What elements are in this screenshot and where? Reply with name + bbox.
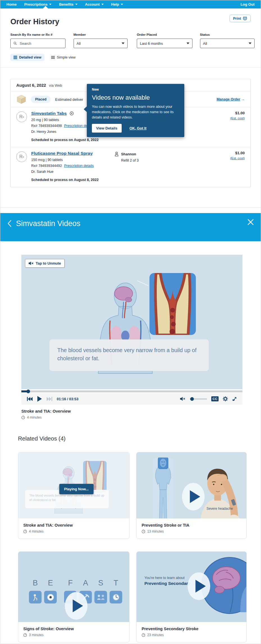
package-icon <box>16 94 26 104</box>
video-player-section: Tap to Unmute The blood vessels become v… <box>21 255 242 405</box>
play-overlay-icon[interactable] <box>187 571 211 601</box>
nav-home[interactable]: Home <box>6 2 17 6</box>
previous-button[interactable] <box>27 397 33 401</box>
exit-fullscreen-icon[interactable] <box>232 397 237 401</box>
caret-down-icon <box>49 4 51 5</box>
videos-modal-header: Simvastatin Videos <box>0 213 261 241</box>
video-card-signs-of-stroke[interactable]: B E <box>18 551 130 642</box>
section-divider <box>0 67 261 68</box>
medication-name-link[interactable]: Simvastatin Tabs <box>31 111 67 116</box>
ok-got-it-link[interactable]: OK, Got It <box>130 126 147 130</box>
closed-captions-button[interactable]: CC <box>211 396 219 401</box>
status-select[interactable]: All <box>200 39 255 48</box>
medication-name-link[interactable]: Fluticasone Prop Nasal Spray <box>31 151 93 156</box>
order-placed-select[interactable]: Last 6 months <box>137 39 192 48</box>
video-thumbnail: You're here to learn about Preventing Se… <box>137 552 246 622</box>
video-duration: 23 minutes <box>142 633 241 637</box>
view-details-button[interactable]: View Details <box>92 124 122 133</box>
playing-now-badge: Playing Now... <box>59 484 94 494</box>
page-title: Order History <box>10 17 59 26</box>
detailed-view-toggle[interactable]: Detailed view <box>10 54 44 61</box>
volume-slider[interactable] <box>190 398 207 400</box>
arrow-right-icon: → <box>241 97 245 101</box>
filters-row: Search By Rx name or Rx # Member All Ord <box>0 33 261 48</box>
close-icon[interactable] <box>247 219 254 225</box>
severe-headache-label: Severe headache <box>206 507 233 511</box>
video-thumbnail: Severe headache <box>137 452 246 518</box>
play-button[interactable] <box>37 396 42 402</box>
prescription-details-link[interactable]: Prescription details <box>64 164 94 168</box>
video-title: Stroke and TIA: Overview <box>23 523 124 527</box>
now-playing-info: Stroke and TIA: Overview 4 minutes <box>21 409 261 419</box>
video-card-preventing-secondary-stroke[interactable]: You're here to learn about Preventing Se… <box>136 551 247 642</box>
tooltip-tag: New <box>92 88 179 91</box>
price-column: $1.00 (Est. cost) <box>230 111 245 142</box>
progress-bar[interactable] <box>21 390 242 392</box>
now-playing-title: Stroke and TIA: Overview <box>21 409 261 413</box>
video-player[interactable]: Tap to Unmute The blood vessels become v… <box>21 255 242 389</box>
member-name-line: Shannon <box>114 152 175 156</box>
price-value: $1.00 <box>230 111 245 115</box>
balance-tile-icon <box>29 591 42 603</box>
video-card-stroke-tia-overview[interactable]: The blood vessels become very narrow fro… <box>18 452 130 539</box>
caret-down-icon <box>122 43 124 44</box>
search-input[interactable] <box>19 41 62 46</box>
mute-icon[interactable] <box>180 397 185 401</box>
tap-to-unmute-button[interactable]: Tap to Unmute <box>25 259 65 268</box>
tooltip-body: You can now watch videos to learn more a… <box>92 104 179 120</box>
modal-title: Simvastatin Videos <box>16 219 80 228</box>
prescription-row: Rx Fluticasone Prop Nasal Spray 150 mcg … <box>11 147 250 187</box>
filter-order-placed: Order Placed Last 6 months <box>137 33 192 48</box>
video-thumbnail: The blood vessels become very narrow fro… <box>18 452 129 518</box>
print-button[interactable]: Print <box>230 15 251 22</box>
video-duration: 3 minutes <box>23 633 124 637</box>
manage-order-link[interactable]: Manage Order → <box>217 97 245 101</box>
filter-member: Member All <box>74 33 128 48</box>
rx-icon: Rx <box>16 151 27 162</box>
video-thumbnail: B E <box>18 552 129 622</box>
timer-icon <box>21 415 25 419</box>
doctor-name: Dr. Sarah Hue <box>31 170 114 174</box>
related-videos-section: Related Videos (4) The blood vessels bec… <box>18 435 243 642</box>
next-button[interactable] <box>47 397 52 401</box>
filter-status: Status All <box>200 33 255 48</box>
back-chevron-icon[interactable] <box>8 220 12 227</box>
nav-help[interactable]: Help <box>111 2 123 6</box>
play-circle-icon[interactable] <box>70 111 74 115</box>
simple-view-toggle[interactable]: Simple view <box>51 55 76 59</box>
rx-number-line: Rx# 784939344492Prescription details <box>31 164 114 168</box>
member-select[interactable]: All <box>74 39 128 48</box>
play-overlay-icon[interactable] <box>64 591 88 621</box>
progress-knob[interactable] <box>26 390 30 393</box>
play-overlay-icon[interactable] <box>181 482 206 511</box>
nav-account[interactable]: Account <box>85 2 104 6</box>
price-value: $1.00 <box>230 151 245 155</box>
caret-down-icon <box>187 43 189 44</box>
caret-down-icon <box>101 4 104 5</box>
volume-knob[interactable] <box>190 397 194 401</box>
app-window: Home Prescriptions Benefits Account Help… <box>0 0 261 644</box>
timer-icon <box>23 529 27 533</box>
logout-button[interactable]: Log Out <box>240 2 255 6</box>
related-videos-grid: The blood vessels become very narrow fro… <box>18 452 243 642</box>
now-playing-duration: 4 minutes <box>21 415 261 419</box>
dose-text: 150 mcg | 90 tablets <box>31 158 114 162</box>
search-field[interactable] <box>10 39 65 48</box>
video-card-preventing-stroke[interactable]: Severe headache Preventing Stroke or TIA… <box>136 452 247 539</box>
search-icon <box>13 41 17 45</box>
nav-benefits[interactable]: Benefits <box>59 2 77 6</box>
est-cost-link[interactable]: (Est. cost) <box>230 117 245 120</box>
rx-icon: Rx <box>16 111 27 122</box>
person-icon <box>114 152 119 156</box>
caret-down-icon <box>121 4 123 5</box>
settings-gear-icon[interactable] <box>223 396 228 401</box>
price-column: $1.00 (Est. cost) <box>230 151 245 182</box>
video-duration: 13 minutes <box>142 529 241 533</box>
videos-modal: Simvastatin Videos <box>0 213 261 642</box>
befast-column: T <box>110 579 122 603</box>
filter-search: Search By Rx name or Rx # <box>10 33 65 48</box>
video-card-info: Preventing Secondary Stroke 23 minutes <box>137 622 246 642</box>
time-display: 01:16 / 03:53 <box>57 397 78 401</box>
est-cost-link[interactable]: (Est. cost) <box>230 156 245 160</box>
befast-column: S <box>94 579 107 603</box>
